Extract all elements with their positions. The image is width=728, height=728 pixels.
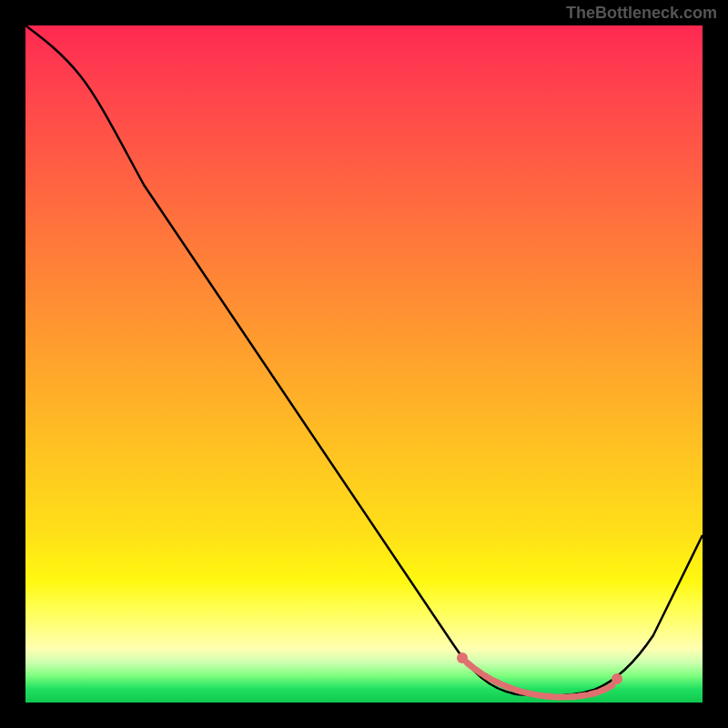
optimal-marker-end — [612, 673, 622, 684]
optimal-range-marker — [467, 662, 612, 697]
chart-svg — [25, 25, 703, 703]
bottleneck-curve — [25, 25, 703, 696]
chart-container — [25, 25, 703, 703]
watermark-text: TheBottleneck.com — [566, 4, 717, 23]
